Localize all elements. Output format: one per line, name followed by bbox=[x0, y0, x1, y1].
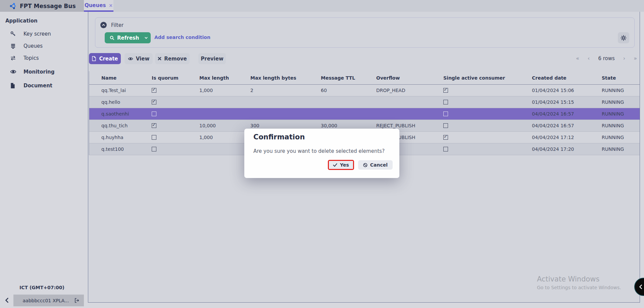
collapse-filter-icon[interactable] bbox=[100, 22, 107, 28]
single-active-consumer-checkbox[interactable] bbox=[443, 123, 448, 128]
tab-queues[interactable]: Queues × bbox=[84, 0, 113, 10]
column-header-state[interactable]: State bbox=[597, 71, 640, 84]
add-search-condition-link[interactable]: Add search condition bbox=[154, 35, 210, 40]
is-quorum-checkbox-cell bbox=[147, 143, 195, 155]
view-button[interactable]: View bbox=[125, 53, 153, 64]
state-cell: RUNNING bbox=[597, 108, 640, 120]
filter-title: Filter bbox=[111, 22, 123, 28]
single-active-consumer-checkbox-cell bbox=[439, 132, 528, 143]
last-page-button[interactable]: » bbox=[634, 55, 637, 61]
is-quorum-checkbox[interactable] bbox=[152, 123, 156, 128]
column-header-ttl[interactable]: Message TTL bbox=[316, 71, 371, 84]
created-date-cell: 01/04/2024 15:15 bbox=[528, 96, 597, 108]
max-length-cell: 10,000 bbox=[195, 120, 246, 131]
created-date-cell: 04/04/2024 17:20 bbox=[528, 143, 597, 155]
created-date-cell: 01/04/2024 15:06 bbox=[528, 85, 597, 96]
user-name: aabbbccc01 XPLA... bbox=[17, 298, 74, 303]
queues-icon bbox=[10, 43, 16, 49]
remove-button[interactable]: Remove bbox=[155, 53, 190, 64]
next-page-button[interactable]: › bbox=[623, 55, 625, 61]
is-quorum-checkbox-cell bbox=[147, 96, 195, 108]
max-length-bytes-cell: 2 bbox=[246, 85, 316, 96]
table-header-row: NameIs quorumMax lengthMax length bytesM… bbox=[89, 71, 640, 85]
column-header-sac[interactable]: Single active consumer bbox=[439, 71, 528, 84]
single-active-consumer-checkbox[interactable] bbox=[443, 147, 448, 151]
previous-page-button[interactable]: ‹ bbox=[588, 55, 590, 61]
close-tab-icon[interactable]: × bbox=[109, 3, 113, 8]
table-row[interactable]: q.saothenhi04/04/2024 16:57RUNNING bbox=[89, 108, 640, 120]
topics-icon bbox=[10, 55, 16, 61]
overflow-cell bbox=[371, 108, 439, 120]
column-header-ovf[interactable]: Overflow bbox=[371, 71, 439, 84]
single-active-consumer-checkbox[interactable] bbox=[443, 88, 448, 93]
max-length-cell bbox=[195, 143, 246, 155]
filter-panel: Filter Refresh Add search condition bbox=[95, 17, 635, 48]
create-button[interactable]: Create bbox=[89, 53, 121, 64]
is-quorum-checkbox[interactable] bbox=[152, 147, 156, 151]
sidebar-item-document[interactable]: Document bbox=[0, 80, 84, 92]
column-header-name[interactable]: Name bbox=[89, 71, 147, 84]
is-quorum-checkbox[interactable] bbox=[152, 135, 156, 140]
collapse-sidebar-icon[interactable] bbox=[4, 297, 10, 304]
table-row[interactable]: qq.hello01/04/2024 15:15RUNNING bbox=[89, 96, 640, 108]
sidebar-header: FPT Message Bus bbox=[0, 0, 84, 12]
state-cell: RUNNING bbox=[597, 96, 640, 108]
yes-button[interactable]: Yes bbox=[329, 161, 353, 169]
sidebar-item-queues[interactable]: Queues bbox=[0, 40, 84, 52]
column-header-mlb[interactable]: Max length bytes bbox=[246, 71, 316, 84]
first-page-button[interactable]: « bbox=[576, 55, 579, 61]
single-active-consumer-checkbox[interactable] bbox=[443, 100, 448, 104]
app-root: FPT Message Bus Application Key screenQu… bbox=[0, 0, 644, 308]
sidebar-item-monitoring[interactable]: Monitoring bbox=[0, 66, 84, 78]
is-quorum-checkbox-cell bbox=[147, 132, 195, 143]
column-header-date[interactable]: Created date bbox=[528, 71, 597, 84]
queue-name-cell: q.saothenhi bbox=[89, 108, 147, 120]
is-quorum-checkbox[interactable] bbox=[152, 112, 156, 116]
user-row: aabbbccc01 XPLA... bbox=[0, 295, 84, 306]
max-length-cell bbox=[195, 96, 246, 108]
single-active-consumer-checkbox[interactable] bbox=[443, 112, 448, 116]
queue-name-cell: qq.hello bbox=[89, 96, 147, 108]
is-quorum-checkbox-cell bbox=[147, 120, 195, 131]
sidebar-item-topics[interactable]: Topics bbox=[0, 52, 84, 64]
timezone-label: ICT (GMT+07:00) bbox=[0, 285, 84, 290]
tab-bar: Queues × bbox=[84, 0, 644, 12]
user-account-bar[interactable]: aabbbccc01 XPLA... bbox=[13, 295, 84, 306]
refresh-button[interactable]: Refresh bbox=[105, 32, 151, 43]
single-active-consumer-checkbox-cell bbox=[439, 143, 528, 155]
queue-name-cell: qq.thu_tich bbox=[89, 120, 147, 131]
state-cell: RUNNING bbox=[597, 132, 640, 143]
row-count-label: 6 rows bbox=[598, 55, 614, 61]
sidebar: FPT Message Bus Application Key screenQu… bbox=[0, 0, 84, 308]
dialog-title: Confirmation bbox=[253, 133, 305, 141]
column-header-maxlen[interactable]: Max length bbox=[195, 71, 246, 84]
tab-label: Queues bbox=[85, 2, 106, 8]
pagination: « ‹ 6 rows › » bbox=[576, 55, 637, 61]
logout-icon[interactable] bbox=[74, 298, 80, 303]
max-length-bytes-cell bbox=[246, 96, 316, 108]
sidebar-bottom: ICT (GMT+07:00) aabbbccc01 XPLA... bbox=[0, 285, 84, 308]
max-length-cell: 1,000 bbox=[195, 85, 246, 96]
column-header-quorum[interactable]: Is quorum bbox=[147, 71, 195, 84]
message-ttl-cell: 60 bbox=[316, 85, 371, 96]
created-date-cell: 04/04/2024 16:57 bbox=[528, 120, 597, 131]
sidebar-item-key-screen[interactable]: Key screen bbox=[0, 28, 84, 40]
max-length-bytes-cell bbox=[246, 108, 316, 120]
single-active-consumer-checkbox[interactable] bbox=[443, 135, 448, 140]
settings-button[interactable] bbox=[618, 32, 629, 43]
is-quorum-checkbox[interactable] bbox=[152, 88, 156, 93]
check-icon bbox=[333, 163, 337, 167]
overflow-cell: DROP_HEAD bbox=[371, 85, 439, 96]
key-icon bbox=[10, 31, 16, 37]
preview-button[interactable]: Preview bbox=[198, 53, 226, 64]
app-title: FPT Message Bus bbox=[20, 3, 76, 9]
message-ttl-cell bbox=[316, 108, 371, 120]
is-quorum-checkbox[interactable] bbox=[152, 100, 156, 104]
chevron-left-icon bbox=[638, 284, 644, 290]
sidebar-nav: Key screenQueuesTopicsMonitoringDocument bbox=[0, 28, 84, 92]
create-file-icon bbox=[92, 56, 96, 61]
state-cell: RUNNING bbox=[597, 120, 640, 131]
refresh-dropdown-chevron-icon[interactable] bbox=[144, 36, 148, 40]
table-row[interactable]: qq.Test_lai1,000260DROP_HEAD01/04/2024 1… bbox=[89, 85, 640, 96]
cancel-button[interactable]: Cancel bbox=[358, 160, 393, 170]
